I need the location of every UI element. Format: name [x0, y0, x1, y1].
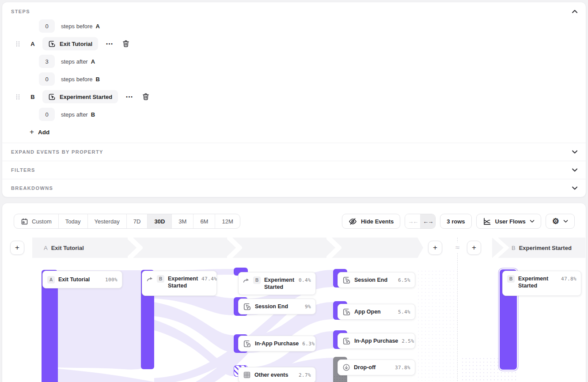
add-step-after-a-button[interactable]: +	[428, 241, 442, 255]
steps-before-b-stepper[interactable]: 0	[39, 72, 55, 86]
node-card-in-app-purchase-63[interactable]: In-App Purchase 6.3%	[238, 336, 316, 352]
steps-before-a-label: steps before	[61, 23, 93, 30]
band-b-text: B Experiment Started	[512, 238, 572, 258]
band-b-title: Experiment Started	[519, 245, 572, 251]
drag-handle-icon[interactable]	[16, 94, 20, 100]
fade-dots-texture	[417, 269, 457, 381]
expand-rows-button[interactable]: ←→	[420, 214, 435, 228]
steps-before-b-row: 0 steps before B	[39, 72, 586, 86]
node-percent: 47.8%	[561, 276, 577, 282]
steps-after-b-row: 0 steps after B	[39, 108, 586, 121]
section-filters[interactable]: FILTERS	[2, 161, 586, 179]
node-title: Exit Tutorial	[58, 276, 90, 283]
event-icon	[243, 303, 251, 311]
band-a-letter: A	[44, 245, 48, 251]
date-range-30d[interactable]: 30D	[147, 214, 171, 228]
step-b-more-button[interactable]: •••	[126, 95, 133, 99]
date-range-3m[interactable]: 3M	[171, 214, 193, 228]
step-b-event-name: Experiment Started	[60, 94, 112, 100]
step-a-row: A Exit Tutorial •••	[16, 37, 586, 50]
eye-off-icon	[349, 217, 357, 226]
event-icon	[342, 276, 351, 284]
step-letter-badge: B	[507, 275, 515, 283]
flow-break-divider	[457, 238, 458, 382]
event-icon	[48, 93, 56, 101]
node-percent: 100%	[105, 277, 118, 283]
date-range-6m[interactable]: 6M	[193, 214, 215, 228]
step-a-letter: A	[30, 41, 35, 47]
section-breakdowns-label: BREAKDOWNS	[11, 185, 53, 191]
node-card-experiment-started-47[interactable]: B Experiment Started 47.4%	[142, 271, 217, 296]
step-b-row: B Experiment Started •••	[16, 90, 586, 103]
node-card-experiment-started-478[interactable]: B Experiment Started 47.8%	[502, 271, 581, 296]
date-range-custom[interactable]: Custom	[14, 214, 58, 228]
step-letter-badge: A	[47, 276, 55, 284]
date-range-today[interactable]: Today	[58, 214, 87, 228]
node-percent: 47.4%	[201, 276, 217, 282]
steps-before-a-stepper[interactable]: 0	[39, 19, 55, 33]
row-zoom-control: →← ←→	[405, 214, 436, 229]
section-breakdowns[interactable]: BREAKDOWNS	[2, 179, 586, 197]
steps-before-a-ref: A	[96, 23, 100, 30]
add-step-label: Add	[38, 129, 49, 136]
event-icon	[342, 337, 351, 345]
flow-break-symbol: ≈	[452, 242, 463, 253]
user-flows-chart-icon	[483, 217, 491, 226]
step-a-header-band: A Exit Tutorial	[32, 238, 423, 258]
add-step-before-b-button[interactable]: +	[467, 241, 481, 255]
grid-icon	[243, 371, 251, 379]
node-title: Session End	[354, 276, 387, 284]
flow-canvas: + A Exit Tutorial + ≈ + B	[2, 203, 586, 382]
step-b-delete-button[interactable]	[142, 93, 149, 101]
add-column-left-button[interactable]: +	[10, 241, 24, 255]
date-range-7d[interactable]: 7D	[126, 214, 148, 228]
steps-after-a-stepper[interactable]: 3	[39, 55, 55, 68]
chevron-up-icon[interactable]	[572, 9, 578, 14]
drag-handle-icon[interactable]	[16, 41, 20, 47]
collapse-rows-button[interactable]: →←	[405, 214, 420, 228]
hide-events-button[interactable]: Hide Events	[342, 214, 400, 229]
view-type-dropdown[interactable]: User Flows	[476, 214, 541, 229]
hide-events-label: Hide Events	[361, 218, 394, 225]
steps-after-b-stepper[interactable]: 0	[39, 108, 55, 121]
steps-after-a-row: 3 steps after A	[39, 55, 586, 68]
steps-header[interactable]: STEPS	[2, 2, 586, 18]
chevron-down-icon	[572, 168, 578, 172]
node-title: In-App Purchase	[354, 337, 398, 344]
node-card-session-end-65[interactable]: Session End 6.5%	[338, 272, 415, 288]
date-range-yesterday[interactable]: Yesterday	[87, 214, 126, 228]
steps-title: STEPS	[11, 9, 30, 14]
step-a-event-button[interactable]: Exit Tutorial	[42, 37, 98, 50]
repeat-arrow-icon	[243, 278, 250, 283]
steps-after-b-label: steps after	[61, 111, 88, 118]
node-title: App Open	[354, 308, 381, 315]
node-card-in-app-purchase-25[interactable]: In-App Purchase 2.5%	[338, 333, 415, 349]
date-range-custom-label: Custom	[32, 218, 52, 225]
step-letter-badge: B	[253, 276, 261, 284]
node-card-exit-tutorial[interactable]: A Exit Tutorial 100%	[42, 271, 122, 288]
node-card-app-open-54[interactable]: App Open 5.4%	[338, 304, 415, 320]
node-card-drop-off-378[interactable]: Drop-off 37.8%	[338, 359, 415, 375]
section-expand-events[interactable]: EXPAND EVENTS BY PROPERTY	[2, 143, 586, 161]
node-percent: 9%	[305, 304, 311, 310]
event-icon	[342, 308, 351, 316]
node-card-other-events-27[interactable]: Other events 2.7%	[238, 367, 316, 382]
node-card-experiment-started-04[interactable]: B Experiment Started 0.4%	[238, 272, 316, 295]
step-b-header-band: B Experiment Started	[492, 238, 585, 258]
band-chevron-separator	[128, 238, 143, 258]
add-step-button[interactable]: + Add	[30, 125, 586, 139]
date-range-12m[interactable]: 12M	[215, 214, 239, 228]
node-card-session-end-9[interactable]: Session End 9%	[238, 299, 316, 314]
rows-count-button[interactable]: 3 rows	[440, 214, 471, 229]
view-type-label: User Flows	[495, 218, 526, 225]
event-icon	[48, 40, 56, 48]
step-b-event-button[interactable]: Experiment Started	[42, 90, 118, 103]
steps-panel: STEPS 0 steps before A A Exi	[2, 2, 586, 197]
node-percent: 5.4%	[398, 309, 410, 315]
chevron-down-icon	[530, 219, 535, 223]
step-a-event-name: Exit Tutorial	[60, 41, 92, 47]
steps-after-b-ref: B	[91, 111, 95, 118]
step-a-more-button[interactable]: •••	[106, 42, 114, 46]
settings-dropdown[interactable]: ⚙	[546, 214, 575, 229]
step-a-delete-button[interactable]	[122, 40, 129, 48]
